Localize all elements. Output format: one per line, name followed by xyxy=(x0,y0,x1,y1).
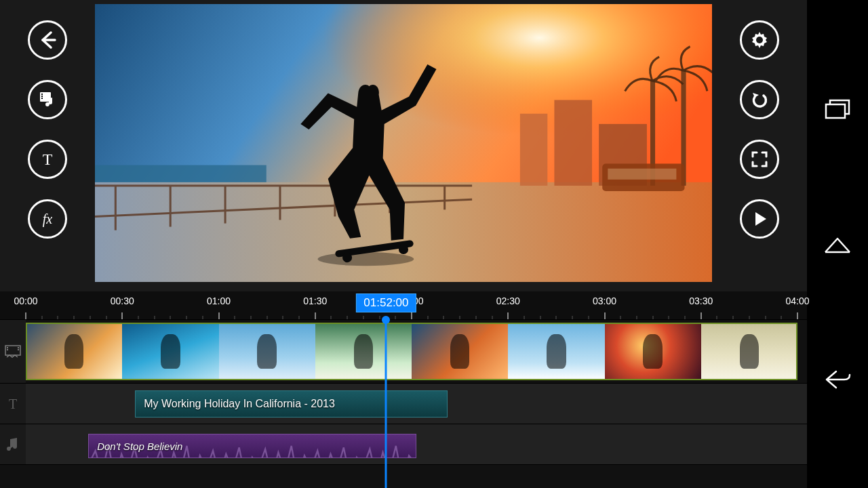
svg-rect-34 xyxy=(7,349,8,350)
svg-rect-36 xyxy=(18,349,19,350)
svg-rect-39 xyxy=(826,104,845,118)
playhead-line xyxy=(385,320,387,488)
left-toolbar: T fx xyxy=(0,0,95,291)
arrow-left-icon xyxy=(37,30,58,50)
video-clip[interactable] xyxy=(26,323,797,380)
media-icon xyxy=(38,90,57,109)
audio-track-icon xyxy=(0,424,26,464)
timeline: 00:0000:3001:0001:3002:0002:3003:0003:30… xyxy=(0,291,807,488)
audio-track[interactable]: Don't Stop Believin xyxy=(0,424,807,465)
svg-point-31 xyxy=(756,37,763,43)
svg-rect-35 xyxy=(18,347,19,348)
video-preview[interactable] xyxy=(95,4,712,282)
home-icon xyxy=(823,235,852,255)
video-thumb[interactable] xyxy=(122,323,218,380)
play-button[interactable] xyxy=(740,199,779,239)
playhead-handle[interactable] xyxy=(382,316,390,324)
fullscreen-button[interactable] xyxy=(740,140,779,179)
title-track[interactable]: T My Working Holiday In California - 201… xyxy=(0,384,807,424)
svg-rect-2 xyxy=(41,94,43,95)
audio-clip-text: Don't Stop Believin xyxy=(97,441,182,452)
back-nav-button[interactable] xyxy=(824,369,851,390)
ruler-label: 00:00 xyxy=(14,296,37,306)
video-thumb[interactable] xyxy=(315,323,412,380)
fullscreen-icon xyxy=(750,150,769,169)
fx-button[interactable]: fx xyxy=(28,199,67,239)
svg-text:T: T xyxy=(9,396,17,411)
svg-point-30 xyxy=(399,245,408,254)
timeline-ruler[interactable]: 00:0000:3001:0001:3002:0002:3003:0003:30… xyxy=(0,291,807,320)
undo-button[interactable] xyxy=(740,80,779,119)
ruler-label: 04:00 xyxy=(785,296,809,306)
video-thumb[interactable] xyxy=(605,323,701,380)
svg-text:T: T xyxy=(43,150,53,168)
ruler-label: 01:30 xyxy=(303,296,327,306)
recent-apps-button[interactable] xyxy=(824,98,851,120)
svg-rect-11 xyxy=(520,114,547,186)
title-track-icon: T xyxy=(0,384,26,424)
svg-rect-12 xyxy=(554,100,592,186)
video-track-icon xyxy=(0,320,26,383)
home-button[interactable] xyxy=(823,235,852,255)
text-icon: T xyxy=(38,150,57,169)
android-nav-bar xyxy=(807,0,868,488)
play-icon xyxy=(751,210,768,228)
right-toolbar xyxy=(712,0,807,291)
ruler-label: 02:30 xyxy=(496,296,520,306)
ruler-label: 03:30 xyxy=(689,296,713,306)
svg-text:fx: fx xyxy=(43,211,53,227)
back-button[interactable] xyxy=(28,20,67,60)
ruler-label: 01:00 xyxy=(207,296,231,306)
video-track[interactable] xyxy=(0,320,807,384)
ruler-label: 00:30 xyxy=(111,296,134,306)
preview-image xyxy=(95,4,712,282)
svg-rect-3 xyxy=(41,96,43,97)
svg-rect-33 xyxy=(7,347,8,348)
svg-point-27 xyxy=(318,252,414,266)
recent-apps-icon xyxy=(824,98,851,120)
video-thumb[interactable] xyxy=(26,323,122,380)
svg-rect-17 xyxy=(608,169,676,180)
back-nav-icon xyxy=(824,369,851,390)
gear-icon xyxy=(749,30,770,50)
video-thumb[interactable] xyxy=(412,323,508,380)
playhead-time[interactable]: 01:52:00 xyxy=(356,293,416,312)
text-button[interactable]: T xyxy=(28,140,67,179)
video-thumb[interactable] xyxy=(508,323,604,380)
media-button[interactable] xyxy=(28,80,67,119)
ruler-label: 03:00 xyxy=(593,296,616,306)
undo-icon xyxy=(750,90,769,109)
video-thumb[interactable] xyxy=(701,323,797,380)
svg-point-29 xyxy=(342,253,352,262)
audio-clip[interactable]: Don't Stop Believin xyxy=(88,434,416,458)
title-clip[interactable]: My Working Holiday In California - 2013 xyxy=(135,390,448,418)
svg-rect-4 xyxy=(41,98,43,99)
fx-icon: fx xyxy=(37,209,58,228)
title-clip-text: My Working Holiday In California - 2013 xyxy=(144,398,335,410)
settings-button[interactable] xyxy=(740,20,779,60)
video-thumb[interactable] xyxy=(219,323,315,380)
